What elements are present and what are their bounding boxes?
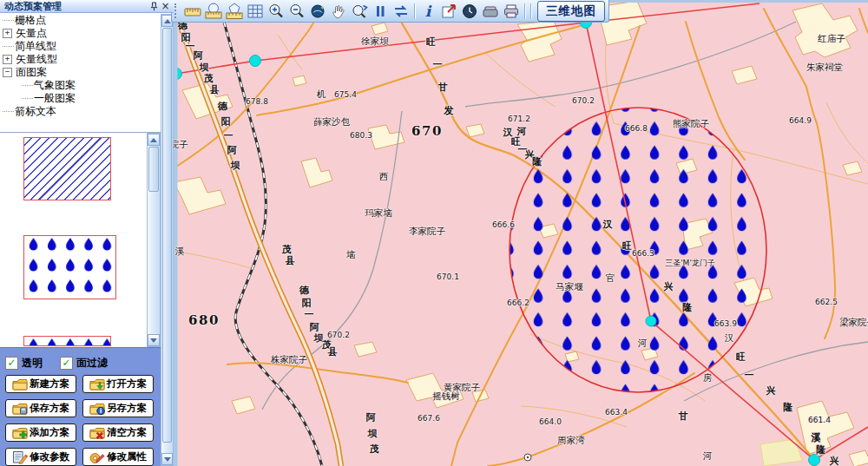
layer-tree: 栅格点+矢量点简单线型+矢量线型−面图案气象图案一般图案箭标文本 <box>0 14 160 132</box>
edit-params-icon <box>12 450 28 464</box>
edit-params-button[interactable]: 修改参数 <box>5 448 76 466</box>
export-icon[interactable] <box>438 2 459 21</box>
pin-icon[interactable] <box>148 1 160 12</box>
folder-info-icon: i <box>89 402 105 416</box>
button-label: 新建方案 <box>30 377 69 391</box>
folder-plus-icon <box>12 426 28 440</box>
tree-item-箭标文本[interactable]: 箭标文本 <box>0 105 160 118</box>
tree-item-气象图案[interactable]: 气象图案 <box>0 79 160 92</box>
edit-props-button[interactable]: 修改属性 <box>82 448 154 466</box>
tree-item-简单线型[interactable]: 简单线型 <box>0 40 160 53</box>
checkbox-面过滤[interactable]: ✓面过滤 <box>60 356 108 371</box>
panel-divider <box>0 132 161 133</box>
tree-connector <box>22 85 33 87</box>
zoom-out-icon[interactable] <box>286 2 307 21</box>
close-icon[interactable]: × <box>160 1 171 12</box>
edit-props-icon <box>89 450 105 464</box>
collapse-icon[interactable]: − <box>3 68 12 77</box>
button-label: 清空方案 <box>107 426 147 439</box>
field-patch <box>760 439 802 466</box>
map-3d-button[interactable]: 三维地图 <box>537 1 605 22</box>
checkbox-box[interactable]: ✓ <box>60 357 73 370</box>
pattern-region[interactable] <box>510 108 766 392</box>
drops-pattern-swatch[interactable] <box>23 235 116 299</box>
toolbar-separator <box>524 3 525 19</box>
folder-new-icon <box>12 377 28 391</box>
folder-clear-icon <box>89 426 105 440</box>
tree-item-一般图案[interactable]: 一般图案 <box>0 92 160 105</box>
printer-icon[interactable] <box>501 2 522 21</box>
checkbox-label: 透明 <box>22 356 43 371</box>
measure-area-icon[interactable] <box>203 2 224 21</box>
scroll-down-icon[interactable] <box>148 334 160 346</box>
scroll-up-icon[interactable] <box>148 134 160 146</box>
tree-connector <box>3 46 14 48</box>
checkbox-透明[interactable]: ✓透明 <box>5 356 43 371</box>
folder-info-button[interactable]: i另存方案 <box>82 399 154 417</box>
plan-manager-panel: 动态预案管理 × 栅格点+矢量点简单线型+矢量线型−面图案气象图案一般图案箭标文… <box>0 0 174 466</box>
swatch-scrollbar[interactable] <box>147 133 161 347</box>
plan-controls: ✓透明✓面过滤 新建方案打开方案保存方案i另存方案添加方案清空方案修改参数修改属… <box>0 347 161 466</box>
svg-text:i: i <box>425 3 432 20</box>
clock-icon[interactable] <box>459 2 480 21</box>
panel-header: 动态预案管理 × <box>0 0 174 13</box>
folder-save-icon <box>12 402 28 416</box>
folder-save-button[interactable]: 保存方案 <box>5 399 76 417</box>
folder-open-arrow-icon <box>89 377 105 391</box>
road-marker-dot <box>527 456 529 458</box>
tree-item-面图案[interactable]: −面图案 <box>0 66 160 79</box>
hatch-pattern-swatch[interactable] <box>23 137 111 200</box>
checkbox-label: 面过滤 <box>76 356 108 371</box>
tree-item-栅格点[interactable]: 栅格点 <box>0 14 160 27</box>
button-label: 修改属性 <box>107 450 147 463</box>
pattern-swatch-list <box>0 133 147 347</box>
svg-text:i: i <box>100 407 102 415</box>
pan-hand-icon[interactable] <box>328 2 349 21</box>
button-label: 打开方案 <box>107 377 147 391</box>
expand-icon[interactable]: + <box>3 55 12 64</box>
panel-title: 动态预案管理 <box>4 0 148 13</box>
toolbar-separator <box>414 3 415 19</box>
folder-new-button[interactable]: 新建方案 <box>5 375 76 393</box>
checkbox-box[interactable]: ✓ <box>5 357 18 370</box>
button-label: 修改参数 <box>30 450 69 463</box>
toolbar-separator <box>530 3 531 19</box>
map-toolbar: i 三维地图 <box>171 0 609 23</box>
folder-plus-button[interactable]: 添加方案 <box>5 423 76 442</box>
measure-polygon-icon[interactable] <box>224 2 245 21</box>
panel-scrollbar[interactable] <box>161 14 174 466</box>
zoom-in-icon[interactable] <box>266 2 286 21</box>
toolbar-grip[interactable] <box>174 3 179 18</box>
swatch-scrollbar-thumb[interactable] <box>148 147 159 192</box>
map-canvas[interactable] <box>174 0 868 466</box>
button-label: 添加方案 <box>30 426 69 439</box>
scanner-icon[interactable] <box>480 2 501 21</box>
globe-icon[interactable] <box>307 2 328 21</box>
folder-open-arrow-button[interactable]: 打开方案 <box>82 375 154 393</box>
grid-icon[interactable] <box>245 2 266 21</box>
tree-item-label: 箭标文本 <box>15 104 56 119</box>
partial-pattern-swatch[interactable] <box>23 336 111 346</box>
swap-arrows-icon[interactable] <box>391 2 411 21</box>
info-icon[interactable]: i <box>418 2 438 21</box>
tree-connector <box>22 98 33 100</box>
map-viewport[interactable]: 678.8675.4680.3670.2671.2666.8664.9662.5… <box>174 0 868 466</box>
folder-clear-button[interactable]: 清空方案 <box>82 423 154 442</box>
measure-distance-icon[interactable] <box>182 2 203 21</box>
tree-item-矢量线型[interactable]: +矢量线型 <box>0 53 160 66</box>
tree-connector <box>3 20 14 22</box>
zoom-extent-icon[interactable] <box>349 2 370 21</box>
map-frame-left <box>174 0 178 466</box>
pause-icon[interactable] <box>370 2 391 21</box>
panel-scrollbar-thumb[interactable] <box>162 28 172 443</box>
tree-item-矢量点[interactable]: +矢量点 <box>0 27 160 40</box>
expand-icon[interactable]: + <box>3 29 12 38</box>
button-label: 另存方案 <box>107 402 147 415</box>
tree-connector <box>3 111 14 113</box>
button-label: 保存方案 <box>30 402 69 415</box>
scroll-down-icon[interactable] <box>161 453 173 465</box>
